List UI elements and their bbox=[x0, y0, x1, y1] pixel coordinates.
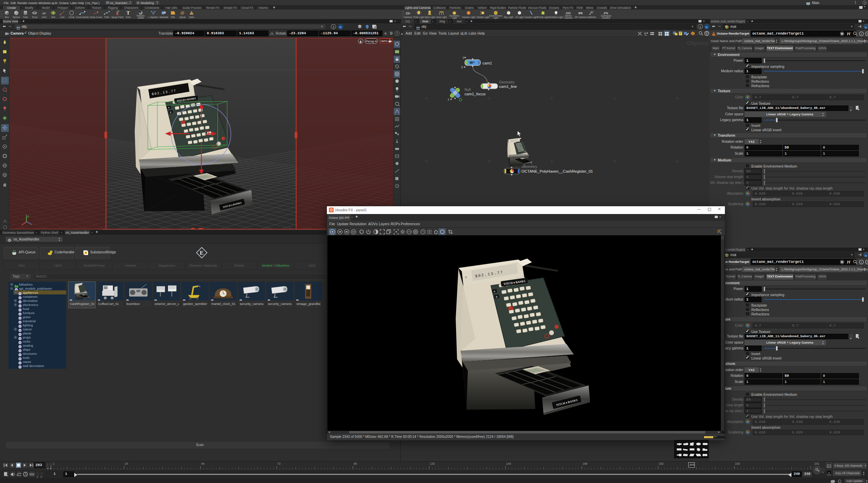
svg-text:i: i bbox=[861, 260, 862, 264]
svg-text:Geometry: Geometry bbox=[499, 81, 515, 84]
svg-text:i: i bbox=[861, 32, 862, 36]
svg-text:Geometry: Geometry bbox=[521, 166, 537, 169]
svg-text:?: ? bbox=[867, 32, 868, 36]
svg-text:Null: Null bbox=[465, 88, 471, 92]
svg-text:3: 3 bbox=[461, 65, 463, 69]
svg-text:cam1: cam1 bbox=[482, 61, 492, 65]
svg-text:E: E bbox=[200, 250, 203, 256]
svg-text:1: 1 bbox=[448, 98, 449, 101]
svg-text:H: H bbox=[847, 259, 850, 265]
svg-text:cam1_focus: cam1_focus bbox=[465, 92, 486, 96]
svg-text:1: 1 bbox=[462, 56, 464, 59]
svg-text:?: ? bbox=[867, 260, 868, 264]
svg-text:T: T bbox=[126, 11, 130, 16]
svg-text:H: H bbox=[847, 31, 850, 36]
svg-text:OCTANE_PolyHaven__CashRegister: OCTANE_PolyHaven__CashRegister_01 bbox=[521, 169, 593, 173]
svg-text:y: y bbox=[27, 215, 29, 218]
svg-text:cam1_line: cam1_line bbox=[499, 84, 517, 89]
